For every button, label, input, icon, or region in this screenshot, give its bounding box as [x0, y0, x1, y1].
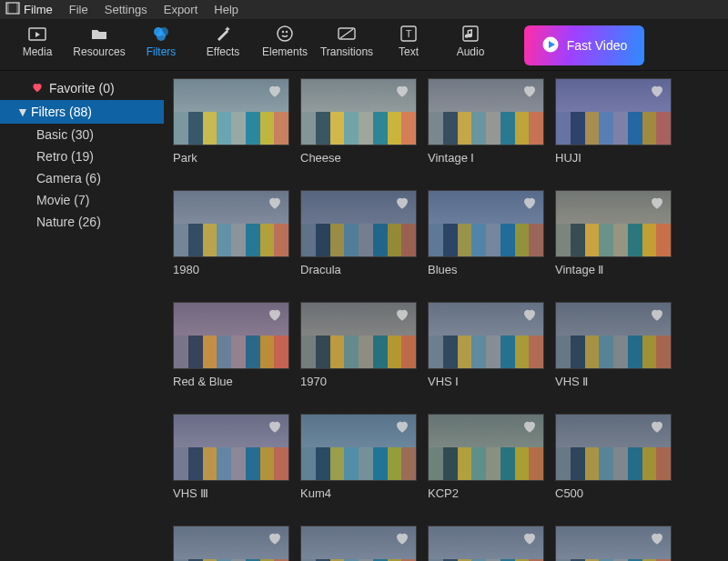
favorite-heart-icon[interactable]	[521, 418, 538, 435]
sidebar-sub-camera[interactable]: Camera (6)	[0, 167, 164, 189]
filter-thumbnail[interactable]	[428, 190, 544, 257]
filter-item[interactable]: VHS Ⅰ	[428, 302, 544, 388]
favorite-heart-icon[interactable]	[267, 418, 283, 435]
audio-icon	[460, 24, 480, 44]
filter-thumbnail[interactable]	[428, 414, 544, 481]
filter-item[interactable]: HUJI	[555, 78, 672, 165]
favorite-heart-icon[interactable]	[394, 418, 410, 435]
sidebar-sub-nature[interactable]: Nature (26)	[0, 211, 164, 233]
favorite-heart-icon[interactable]	[267, 83, 283, 99]
favorite-heart-icon[interactable]	[521, 83, 538, 99]
filter-item[interactable]	[428, 526, 544, 561]
favorite-heart-icon[interactable]	[394, 83, 410, 99]
app-brand: Filme	[5, 2, 53, 17]
tab-filters[interactable]: Filters	[131, 24, 191, 69]
filter-item[interactable]: VHS Ⅱ	[555, 302, 672, 388]
filter-thumbnail[interactable]	[428, 302, 544, 369]
favorite-heart-icon[interactable]	[394, 306, 410, 323]
menu-file[interactable]: File	[69, 3, 88, 16]
filter-item[interactable]	[300, 526, 417, 561]
app-name: Filme	[24, 3, 53, 16]
filter-item[interactable]: 1970	[300, 302, 417, 388]
sidebar-item-filters[interactable]: ▼ Filters (88)	[0, 100, 164, 124]
tab-text-label: Text	[399, 45, 419, 58]
tab-resources[interactable]: Resources	[69, 24, 129, 69]
fast-video-label: Fast Video	[567, 38, 628, 53]
sidebar-sub-basic[interactable]: Basic (30)	[0, 124, 164, 145]
elements-icon	[275, 24, 295, 44]
filter-thumbnail[interactable]	[173, 302, 289, 369]
app-logo-icon	[5, 2, 20, 17]
favorite-heart-icon[interactable]	[267, 195, 283, 211]
favorite-heart-icon[interactable]	[394, 195, 410, 211]
filter-item[interactable]: Dracula	[300, 190, 417, 276]
filter-item[interactable]: VHS Ⅲ	[173, 414, 289, 500]
svg-rect-1	[6, 3, 9, 14]
filter-thumbnail[interactable]	[300, 414, 417, 481]
filters-grid: ParkCheeseVintage ⅠHUJI1980DraculaBluesV…	[173, 78, 723, 561]
effects-icon	[213, 24, 233, 44]
favorite-heart-icon[interactable]	[267, 530, 283, 546]
filter-thumbnail[interactable]	[555, 526, 672, 561]
filter-thumbnail[interactable]	[300, 302, 417, 369]
filter-item[interactable]	[555, 526, 672, 561]
menu-export[interactable]: Export	[164, 3, 198, 16]
filter-thumbnail[interactable]	[428, 526, 544, 561]
tab-effects[interactable]: Effects	[193, 24, 253, 69]
filter-item[interactable]: Cheese	[300, 78, 417, 165]
menu-settings[interactable]: Settings	[105, 3, 147, 16]
sidebar-sub-retro[interactable]: Retro (19)	[0, 145, 164, 167]
favorite-heart-icon[interactable]	[521, 195, 538, 211]
heart-icon	[31, 81, 44, 96]
filter-item[interactable]: Park	[173, 78, 289, 165]
fast-video-button[interactable]: Fast Video	[524, 25, 644, 65]
main: Favorite (0) ▼ Filters (88) Basic (30)Re…	[0, 71, 728, 561]
filter-thumbnail[interactable]	[300, 190, 417, 257]
media-icon	[27, 24, 47, 44]
filter-label: Vintage Ⅰ	[428, 151, 544, 165]
sidebar-item-favorite[interactable]: Favorite (0)	[0, 76, 164, 100]
sidebar-sub-movie[interactable]: Movie (7)	[0, 189, 164, 211]
filter-thumbnail[interactable]	[555, 414, 672, 481]
favorite-heart-icon[interactable]	[267, 306, 283, 323]
filter-thumbnail[interactable]	[173, 526, 289, 561]
filter-label: Red & Blue	[173, 375, 289, 388]
filter-item[interactable]: C500	[555, 414, 672, 500]
filter-item[interactable]: 1980	[173, 190, 289, 276]
favorite-heart-icon[interactable]	[521, 530, 538, 546]
favorite-heart-icon[interactable]	[649, 83, 665, 99]
filter-thumbnail[interactable]	[555, 302, 672, 369]
sidebar-filters-label: Filters (88)	[31, 105, 92, 119]
filter-item[interactable]: Vintage Ⅱ	[555, 190, 672, 276]
tab-elements[interactable]: Elements	[255, 24, 315, 69]
filter-thumbnail[interactable]	[173, 414, 289, 481]
filter-item[interactable]	[173, 526, 289, 561]
filter-item[interactable]: Red & Blue	[173, 302, 289, 388]
filters-icon	[151, 24, 171, 44]
filter-thumbnail[interactable]	[300, 78, 417, 145]
filter-thumbnail[interactable]	[555, 190, 672, 257]
filter-item[interactable]: Blues	[428, 190, 544, 276]
filter-thumbnail[interactable]	[555, 78, 672, 145]
filter-thumbnail[interactable]	[428, 78, 544, 145]
favorite-heart-icon[interactable]	[649, 306, 665, 323]
favorite-heart-icon[interactable]	[521, 306, 538, 323]
filter-thumbnail[interactable]	[173, 190, 289, 257]
filter-item[interactable]: KCP2	[428, 414, 544, 500]
svg-line-12	[340, 29, 353, 38]
favorite-heart-icon[interactable]	[649, 195, 665, 211]
menu-help[interactable]: Help	[214, 3, 238, 16]
tab-audio-label: Audio	[457, 45, 485, 58]
filter-item[interactable]: Vintage Ⅰ	[428, 78, 544, 165]
filter-thumbnail[interactable]	[300, 526, 417, 561]
tab-transitions[interactable]: Transitions	[317, 24, 377, 69]
favorite-heart-icon[interactable]	[649, 530, 665, 546]
tab-media[interactable]: Media	[7, 24, 67, 69]
favorite-heart-icon[interactable]	[394, 530, 410, 546]
tab-transitions-label: Transitions	[320, 45, 373, 58]
tab-text[interactable]: T Text	[379, 24, 439, 69]
tab-audio[interactable]: Audio	[440, 24, 500, 69]
filter-item[interactable]: Kum4	[300, 414, 417, 500]
filter-thumbnail[interactable]	[173, 78, 289, 145]
favorite-heart-icon[interactable]	[649, 418, 665, 435]
